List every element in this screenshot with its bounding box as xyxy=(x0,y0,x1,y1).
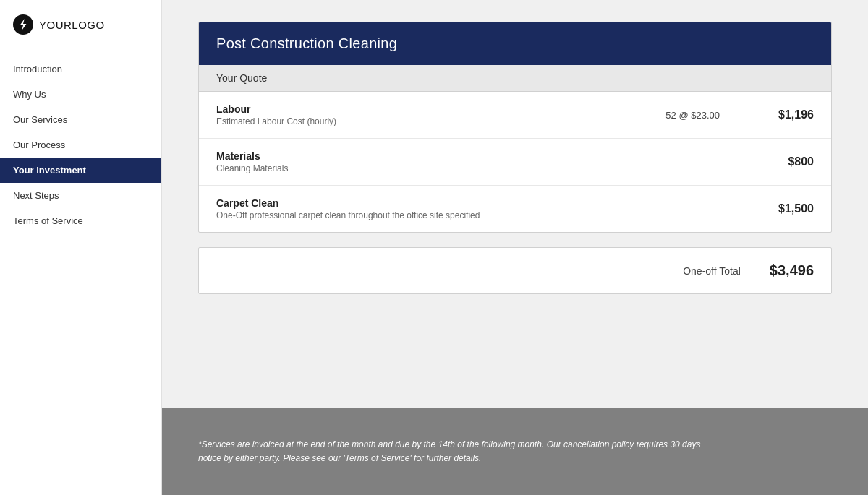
quote-row-carpet: Carpet Clean One-Off professional carpet… xyxy=(199,186,831,232)
row-subtitle-carpet: One-Off professional carpet clean throug… xyxy=(216,210,720,220)
sidebar-item-next-steps[interactable]: Next Steps xyxy=(0,183,161,208)
total-card: One-off Total $3,496 xyxy=(198,247,832,294)
quote-row-labour: Labour Estimated Labour Cost (hourly) 52… xyxy=(199,92,831,139)
logo-normal: LOGO xyxy=(72,19,104,31)
svg-marker-0 xyxy=(20,19,27,30)
row-detail-labour: 52 @ $23.00 xyxy=(665,110,720,121)
row-info-materials: Materials Cleaning Materials xyxy=(216,150,720,173)
sidebar-item-your-investment[interactable]: Your Investment xyxy=(0,158,161,183)
logo-area: YOURLOGO xyxy=(0,0,161,49)
sidebar-item-introduction[interactable]: Introduction xyxy=(0,56,161,82)
quote-section-header: Your Quote xyxy=(199,65,831,92)
row-info-carpet: Carpet Clean One-Off professional carpet… xyxy=(216,197,720,220)
row-title-materials: Materials xyxy=(216,150,720,162)
logo-icon xyxy=(13,14,33,35)
row-subtitle-materials: Cleaning Materials xyxy=(216,163,720,173)
main-content: Post Construction Cleaning Your Quote La… xyxy=(162,0,868,495)
row-title-carpet: Carpet Clean xyxy=(216,197,720,209)
row-amount-materials: $800 xyxy=(763,155,814,168)
content-area: Post Construction Cleaning Your Quote La… xyxy=(162,0,868,408)
row-title-labour: Labour xyxy=(216,103,665,115)
row-subtitle-labour: Estimated Labour Cost (hourly) xyxy=(216,116,665,126)
footer: *Services are invoiced at the end of the… xyxy=(162,408,868,495)
sidebar-item-our-services[interactable]: Our Services xyxy=(0,107,161,132)
logo-bold: YOUR xyxy=(39,19,72,31)
quote-card: Post Construction Cleaning Your Quote La… xyxy=(198,22,832,233)
sidebar-item-our-process[interactable]: Our Process xyxy=(0,132,161,158)
total-amount: $3,496 xyxy=(770,262,814,279)
sidebar: YOURLOGO Introduction Why Us Our Service… xyxy=(0,0,162,495)
row-amount-carpet: $1,500 xyxy=(763,202,814,215)
footer-text: *Services are invoiced at the end of the… xyxy=(198,438,705,465)
total-label: One-off Total xyxy=(683,265,741,277)
sidebar-nav: Introduction Why Us Our Services Our Pro… xyxy=(0,56,161,233)
quote-row-materials: Materials Cleaning Materials $800 xyxy=(199,139,831,186)
row-info-labour: Labour Estimated Labour Cost (hourly) xyxy=(216,103,665,126)
sidebar-item-why-us[interactable]: Why Us xyxy=(0,82,161,107)
sidebar-item-terms-of-service[interactable]: Terms of Service xyxy=(0,208,161,233)
quote-title: Post Construction Cleaning xyxy=(199,22,831,65)
logo-text: YOURLOGO xyxy=(39,19,105,31)
row-amount-labour: $1,196 xyxy=(763,108,814,121)
